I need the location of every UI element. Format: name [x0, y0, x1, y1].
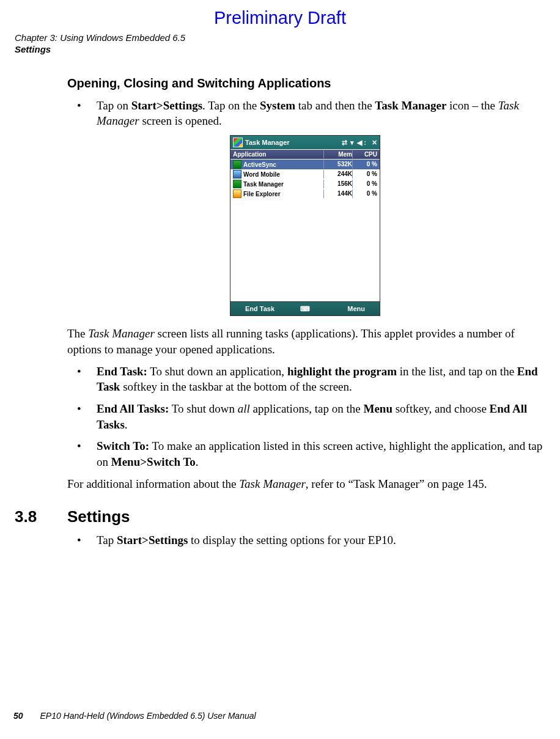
- app-icon: [233, 160, 241, 169]
- app-name: File Explorer: [243, 190, 281, 199]
- section-heading-row: 3.8 Settings: [13, 506, 547, 528]
- bullet-end-all-tasks: End All Tasks: To shut down all applicat…: [89, 401, 543, 432]
- close-icon[interactable]: ✕: [372, 138, 377, 147]
- figure-task-manager-screenshot: Task Manager ⇄ ▾ ◀﹕ ✕ Application Mem CP…: [67, 135, 543, 317]
- task-list-blank-area: [230, 199, 380, 301]
- bullet-switch-to: Switch To: To make an application listed…: [89, 438, 543, 469]
- app-name: ActiveSync: [243, 161, 276, 169]
- bullet-open-task-manager: Tap on Start>Settings. Tap on the System…: [89, 98, 543, 129]
- chapter-section: Settings: [15, 44, 547, 56]
- app-icon: [233, 170, 241, 178]
- title-bar: Task Manager ⇄ ▾ ◀﹕ ✕: [230, 136, 380, 149]
- body-content: Tap on Start>Settings. Tap on the System…: [67, 98, 543, 492]
- para-task-manager-desc: The Task Manager screen lists all runnin…: [67, 326, 543, 357]
- title-text: Task Manager: [245, 138, 290, 147]
- section-number: 3.8: [15, 506, 67, 528]
- col-header-mem[interactable]: Mem: [323, 150, 352, 159]
- task-row[interactable]: Word Mobile244K0 %: [230, 169, 380, 179]
- task-manager-window: Task Manager ⇄ ▾ ◀﹕ ✕ Application Mem CP…: [230, 135, 380, 317]
- app-icon: [233, 189, 241, 198]
- connectivity-icon[interactable]: ⇄: [342, 138, 347, 147]
- app-mem: 244K: [323, 170, 352, 178]
- preliminary-draft-watermark: Preliminary Draft: [13, 6, 547, 30]
- start-flag-icon[interactable]: [233, 138, 243, 147]
- app-cpu: 0 %: [352, 170, 377, 178]
- app-icon: [233, 180, 241, 188]
- chapter-line: Chapter 3: Using Windows Embedded 6.5: [15, 32, 547, 44]
- bullet-end-task: End Task: To shut down an application, h…: [89, 364, 543, 395]
- softkey-menu[interactable]: Menu: [347, 304, 365, 314]
- col-header-application[interactable]: Application: [233, 150, 323, 159]
- app-mem: 156K: [323, 180, 352, 188]
- page-footer: 50 EP10 Hand-Held (Windows Embedded 6.5)…: [13, 710, 256, 722]
- chapter-header: Chapter 3: Using Windows Embedded 6.5 Se…: [15, 32, 547, 56]
- softkey-bar: End Task ⌨ Menu: [230, 301, 380, 315]
- para-reference: For additional information about the Tas…: [67, 476, 543, 492]
- app-name: Task Manager: [243, 180, 284, 189]
- column-headers: Application Mem CPU: [230, 149, 380, 160]
- task-rows: ActiveSync532K0 %Word Mobile244K0 %Task …: [230, 160, 380, 199]
- signal-icon[interactable]: ▾: [350, 138, 354, 147]
- app-mem: 532K: [323, 160, 352, 169]
- task-row[interactable]: Task Manager156K0 %: [230, 179, 380, 189]
- task-row[interactable]: File Explorer144K0 %: [230, 189, 380, 199]
- softkey-end-task[interactable]: End Task: [245, 304, 274, 314]
- heading-opening-closing-switching: Opening, Closing and Switching Applicati…: [67, 75, 547, 92]
- bullet-tap-start-settings: Tap Start>Settings to display the settin…: [89, 532, 543, 548]
- app-cpu: 0 %: [352, 160, 377, 169]
- manual-title: EP10 Hand-Held (Windows Embedded 6.5) Us…: [40, 711, 256, 721]
- app-cpu: 0 %: [352, 180, 377, 188]
- task-row[interactable]: ActiveSync532K0 %: [230, 160, 380, 169]
- page-number: 50: [13, 711, 23, 721]
- section-title: Settings: [67, 506, 130, 528]
- col-header-cpu[interactable]: CPU: [352, 150, 377, 159]
- app-name: Word Mobile: [243, 171, 280, 179]
- app-mem: 144K: [323, 189, 352, 198]
- page: Preliminary Draft Chapter 3: Using Windo…: [0, 0, 560, 739]
- keyboard-icon[interactable]: ⌨: [300, 304, 310, 314]
- volume-icon[interactable]: ◀﹕: [357, 138, 369, 147]
- app-cpu: 0 %: [352, 189, 377, 198]
